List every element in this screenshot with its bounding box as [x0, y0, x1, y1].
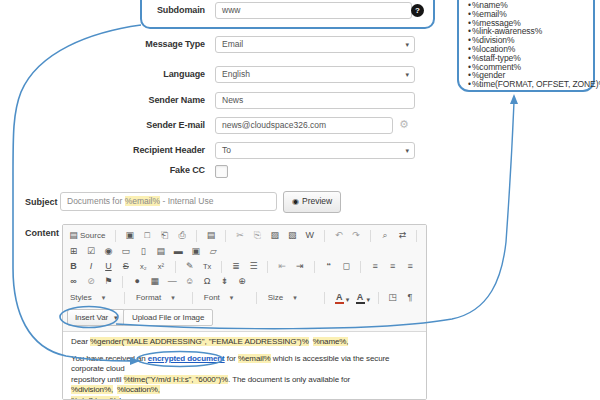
table-icon[interactable]: ▦ — [148, 275, 161, 288]
replace-icon[interactable]: ⇄ — [396, 229, 409, 242]
unlink-icon[interactable]: ⊘ — [84, 275, 97, 288]
content-paragraph-body: You have received an encrypted document … — [71, 354, 418, 400]
chevron-down-icon: ▾ — [230, 294, 234, 301]
size-dropdown[interactable]: Size▾ — [265, 289, 317, 305]
subject-variable-highlight: %email% — [125, 196, 160, 206]
preview-button[interactable]: ◉Preview — [283, 191, 341, 213]
paste-text-icon[interactable]: ▧ — [286, 229, 299, 242]
button-field-icon[interactable]: ▬ — [172, 245, 185, 258]
content-text: for — [225, 354, 238, 363]
italic-icon[interactable]: I — [84, 260, 97, 273]
source-label: Source — [80, 231, 105, 240]
strikethrough-icon[interactable]: S — [119, 260, 132, 273]
textarea-field-icon[interactable]: ▯ — [137, 245, 150, 258]
format-dropdown[interactable]: Format▾ — [133, 289, 185, 305]
div-container-icon[interactable]: ◻ — [340, 260, 353, 273]
language-select[interactable]: English ▾ — [215, 66, 415, 83]
variable-item: %time(FORMAT, OFFSET, ZONE)% — [468, 80, 589, 89]
show-blocks-icon[interactable]: ¶ — [403, 291, 416, 304]
new-page-icon[interactable]: □ — [141, 229, 154, 242]
styles-dropdown[interactable]: Styles▾ — [67, 289, 117, 305]
templates-icon[interactable]: ▤ — [205, 229, 218, 242]
smiley-icon[interactable]: ☺ — [183, 275, 196, 288]
variables-panel: %name% %email% %message% %link-awareness… — [457, 0, 595, 92]
blockquote-icon[interactable]: “ — [322, 260, 335, 273]
font-dropdown-label: Font — [204, 293, 220, 302]
insert-var-button[interactable]: Insert Var▾ — [67, 309, 126, 326]
save-icon[interactable]: ▣ — [123, 229, 136, 242]
iframe-icon[interactable]: ⊕ — [236, 275, 249, 288]
source-button[interactable]: ▤Source — [67, 228, 105, 243]
image-button-icon[interactable]: ▣ — [189, 245, 202, 258]
sender-name-input[interactable]: News — [215, 92, 415, 109]
fake-cc-checkbox[interactable] — [215, 165, 228, 178]
remove-format-icon[interactable]: Tx — [201, 260, 214, 273]
background-color-icon[interactable]: A — [354, 291, 367, 304]
chevron-down-icon: ▾ — [405, 67, 409, 83]
subject-input[interactable]: Documents for %email% - Internal Use — [60, 192, 277, 211]
text-color-icon[interactable]: A — [333, 291, 346, 304]
fake-cc-label: Fake CC — [40, 162, 205, 179]
message-type-select[interactable]: Email ▾ — [215, 36, 415, 53]
special-char-icon[interactable]: Ω — [201, 275, 214, 288]
cut-icon[interactable]: ✂ — [233, 229, 246, 242]
undo-icon[interactable]: ↶ — [332, 229, 345, 242]
horizontal-rule-icon[interactable]: ― — [166, 275, 179, 288]
form-field-icon[interactable]: ⊞ — [67, 245, 80, 258]
help-icon[interactable]: ? — [411, 4, 424, 17]
toolbar-separator — [225, 230, 226, 242]
paste-word-icon[interactable]: W — [303, 229, 316, 242]
toolbar-separator — [378, 292, 379, 304]
find-icon[interactable]: ⌕ — [379, 229, 392, 242]
underline-icon[interactable]: U — [102, 260, 115, 273]
print-icon[interactable]: ⎙ — [176, 229, 189, 242]
toolbar-separator — [221, 261, 222, 273]
bulleted-list-icon[interactable]: ☰ — [247, 260, 260, 273]
select-field-icon[interactable]: ▤ — [154, 245, 167, 258]
align-right-icon[interactable]: ≡ — [404, 260, 417, 273]
copy-formatting-icon[interactable]: ✎ — [183, 260, 196, 273]
chevron-down-icon: ▾ — [171, 294, 175, 301]
subject-text: Documents for — [67, 196, 125, 206]
font-dropdown[interactable]: Font▾ — [201, 289, 249, 305]
radio-field-icon[interactable]: ◉ — [102, 245, 115, 258]
copy-icon[interactable]: ⎘ — [251, 229, 264, 242]
superscript-icon[interactable]: x² — [154, 260, 167, 273]
justify-icon[interactable]: ≡ — [421, 260, 422, 273]
upload-file-or-image-button[interactable]: Upload File or Image — [123, 309, 213, 326]
text-field-icon[interactable]: ▭ — [119, 245, 132, 258]
page-break-icon[interactable]: ⇟ — [218, 275, 231, 288]
editor-content-area[interactable]: Dear %gender("MALE ADDRESSING", "FEMALE … — [63, 332, 426, 400]
decrease-indent-icon[interactable]: ⇤ — [276, 260, 289, 273]
rich-text-editor: ▤Source ▣ □ ⎗ ⎙ ▤ ✂ ⎘ ▨ ▧ W ↶ ↷ ⌕ ⇄ ▩ ✓▾ — [62, 224, 427, 400]
link-icon[interactable]: ∞ — [67, 275, 80, 288]
preview-icon[interactable]: ⎗ — [158, 229, 171, 242]
subject-label: Subject — [25, 197, 58, 207]
align-left-icon[interactable]: ≡ — [369, 260, 382, 273]
gear-icon[interactable]: ⚙ — [399, 118, 409, 131]
recipient-header-select[interactable]: To ▾ — [215, 142, 415, 159]
toolbar-row-4: ∞ ⊘ ⚑ ● ▦ ― ☺ Ω ⇟ ⊕ — [67, 273, 422, 288]
arrowhead-up-icon — [510, 94, 518, 104]
hidden-field-icon[interactable]: ▱ — [207, 245, 220, 258]
eye-icon: ◉ — [292, 197, 299, 206]
anchor-icon[interactable]: ⚑ — [102, 275, 115, 288]
bold-icon[interactable]: B — [67, 260, 80, 273]
redo-icon[interactable]: ↷ — [350, 229, 363, 242]
recipient-header-label: Recipient Header — [40, 142, 205, 159]
increase-indent-icon[interactable]: ⇥ — [293, 260, 306, 273]
maximize-icon[interactable]: ◳ — [386, 291, 399, 304]
align-center-icon[interactable]: ≡ — [386, 260, 399, 273]
toolbar-separator — [124, 292, 125, 304]
checkbox-field-icon[interactable]: ☑ — [84, 245, 97, 258]
paste-icon[interactable]: ▨ — [268, 229, 281, 242]
toolbar-row-2: ⊞ ☑ ◉ ▭ ▯ ▤ ▬ ▣ ▱ — [67, 243, 422, 258]
subscript-icon[interactable]: x₂ — [137, 260, 150, 273]
subdomain-label: Subdomain — [40, 2, 205, 19]
numbered-list-icon[interactable]: ≣ — [230, 260, 243, 273]
sender-name-label: Sender Name — [40, 92, 205, 109]
encrypted-document-link[interactable]: encrypted document — [148, 354, 225, 363]
subdomain-input[interactable]: www — [215, 2, 412, 19]
image-icon[interactable]: ● — [131, 275, 144, 288]
sender-email-input[interactable]: news@cloudspace326.com — [215, 117, 393, 134]
